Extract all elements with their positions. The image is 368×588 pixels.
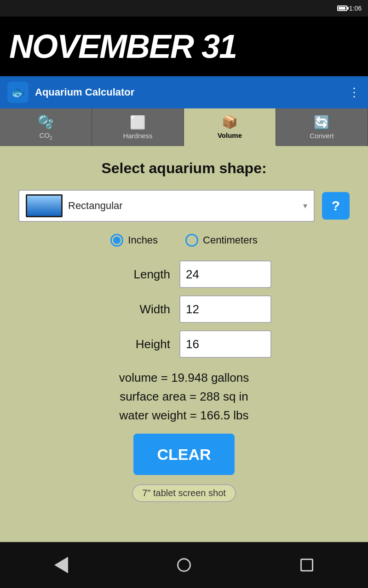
tab-co2-label: CO2 bbox=[39, 131, 52, 141]
section-title: Select aquarium shape: bbox=[18, 160, 350, 177]
width-input[interactable] bbox=[179, 295, 271, 323]
clear-button[interactable]: CLEAR bbox=[133, 434, 235, 475]
radio-cm-circle bbox=[185, 234, 198, 247]
help-button[interactable]: ? bbox=[322, 192, 350, 220]
status-time: 1:06 bbox=[349, 5, 362, 12]
tab-volume-label: Volume bbox=[218, 131, 242, 139]
tablet-label-badge: 7" tablet screen shot bbox=[132, 484, 236, 502]
length-label: Length bbox=[97, 267, 170, 282]
width-label: Width bbox=[97, 302, 170, 317]
height-input[interactable] bbox=[179, 330, 271, 358]
back-icon bbox=[54, 557, 68, 573]
radio-inches[interactable]: Inches bbox=[110, 234, 158, 247]
tab-convert-label: Convert bbox=[310, 132, 334, 140]
menu-button[interactable]: ⋮ bbox=[348, 85, 361, 100]
convert-icon: 🔄 bbox=[314, 115, 330, 130]
battery-icon bbox=[337, 6, 347, 11]
volume-icon: 📦 bbox=[222, 114, 238, 130]
banner-logo: NOVEMBER 31 bbox=[9, 30, 236, 63]
recents-icon bbox=[300, 559, 313, 571]
app-header: 🐟 Aquarium Calculator ⋮ bbox=[0, 76, 368, 108]
app-banner: NOVEMBER 31 bbox=[0, 17, 368, 76]
main-content: Select aquarium shape: Rectangular ▾ ? I… bbox=[0, 146, 368, 542]
tab-hardness-label: Hardness bbox=[123, 132, 152, 140]
co2-icon: 🫧 bbox=[38, 114, 54, 130]
status-bar: 1:06 bbox=[0, 0, 368, 17]
tab-bar: 🫧 CO2 ⬜ Hardness 📦 Volume 🔄 Convert bbox=[0, 108, 368, 146]
tab-hardness[interactable]: ⬜ Hardness bbox=[92, 108, 184, 146]
height-row: Height bbox=[18, 330, 350, 358]
radio-inches-circle bbox=[110, 234, 123, 247]
radio-centimeters[interactable]: Centimeters bbox=[185, 234, 258, 247]
nav-back-button[interactable] bbox=[47, 551, 75, 579]
results-section: volume = 19.948 gallons surface area = 2… bbox=[18, 371, 350, 423]
shape-row: Rectangular ▾ ? bbox=[18, 190, 350, 222]
height-label: Height bbox=[97, 337, 170, 351]
nav-bar bbox=[0, 542, 368, 588]
water-weight-result: water weight = 166.5 lbs bbox=[18, 408, 350, 423]
shape-preview bbox=[26, 194, 63, 217]
unit-selector: Inches Centimeters bbox=[18, 234, 350, 247]
tablet-label-container: 7" tablet screen shot bbox=[18, 484, 350, 502]
width-row: Width bbox=[18, 295, 350, 323]
nav-recents-button[interactable] bbox=[293, 551, 321, 579]
home-icon bbox=[177, 558, 191, 572]
dropdown-arrow-icon: ▾ bbox=[303, 201, 307, 211]
radio-cm-label: Centimeters bbox=[203, 234, 258, 246]
shape-dropdown[interactable]: Rectangular ▾ bbox=[18, 190, 315, 222]
app-title: Aquarium Calculator bbox=[35, 86, 342, 98]
length-row: Length bbox=[18, 260, 350, 288]
radio-inches-label: Inches bbox=[128, 234, 158, 246]
tab-co2[interactable]: 🫧 CO2 bbox=[0, 108, 92, 146]
length-input[interactable] bbox=[179, 260, 271, 288]
volume-result: volume = 19.948 gallons bbox=[18, 371, 350, 385]
hardness-icon: ⬜ bbox=[130, 115, 146, 130]
battery-indicator: 1:06 bbox=[337, 5, 362, 12]
tab-convert[interactable]: 🔄 Convert bbox=[276, 108, 368, 146]
tab-volume[interactable]: 📦 Volume bbox=[184, 108, 276, 146]
app-icon: 🐟 bbox=[7, 82, 29, 103]
surface-area-result: surface area = 288 sq in bbox=[18, 390, 350, 404]
nav-home-button[interactable] bbox=[170, 551, 198, 579]
shape-name: Rectangular bbox=[68, 200, 298, 212]
